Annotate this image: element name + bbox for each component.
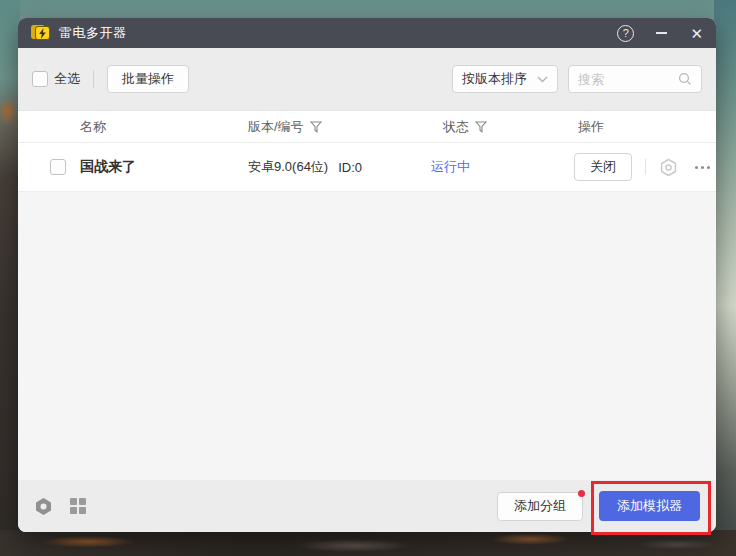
app-window: 雷电多开器 ? ✕ 全选 批量操作 按版本排序 名称 版本/编号 状态 操作 bbox=[18, 18, 716, 532]
column-header-status-label: 状态 bbox=[443, 118, 469, 136]
column-header-name[interactable]: 名称 bbox=[50, 118, 248, 136]
minimize-bar bbox=[656, 32, 667, 34]
titlebar: 雷电多开器 ? ✕ bbox=[18, 18, 716, 48]
toolbar-divider bbox=[93, 70, 94, 88]
lightning-bolt-icon bbox=[35, 26, 50, 40]
app-logo-icon bbox=[31, 24, 52, 42]
batch-operations-button[interactable]: 批量操作 bbox=[107, 65, 189, 93]
table-row[interactable]: 国战来了 安卓9.0(64位) ID:0 运行中 关闭 bbox=[18, 143, 716, 192]
row-operations-cell: 关闭 bbox=[574, 153, 716, 181]
operations-divider bbox=[645, 159, 646, 175]
minimize-icon[interactable] bbox=[654, 25, 668, 42]
add-group-label: 添加分组 bbox=[514, 497, 566, 515]
global-settings-nut-icon[interactable] bbox=[34, 497, 53, 516]
close-icon[interactable]: ✕ bbox=[690, 25, 703, 42]
window-title: 雷电多开器 bbox=[59, 24, 127, 42]
row-checkbox[interactable] bbox=[50, 159, 66, 175]
select-all-checkbox[interactable] bbox=[32, 71, 48, 87]
row-version-cell: 安卓9.0(64位) ID:0 bbox=[248, 158, 431, 176]
table-header: 名称 版本/编号 状态 操作 bbox=[18, 110, 716, 143]
add-emulator-button[interactable]: 添加模拟器 bbox=[599, 491, 700, 521]
column-header-version[interactable]: 版本/编号 bbox=[248, 118, 431, 136]
row-name-cell: 国战来了 bbox=[50, 158, 248, 176]
chevron-down-icon bbox=[537, 76, 548, 83]
add-group-button[interactable]: 添加分组 bbox=[497, 492, 583, 521]
status-running-badge: 运行中 bbox=[431, 159, 470, 174]
row-status-cell: 运行中 bbox=[431, 158, 574, 176]
instance-version: 安卓9.0(64位) bbox=[248, 158, 328, 176]
sort-dropdown[interactable]: 按版本排序 bbox=[452, 65, 558, 93]
filter-funnel-icon[interactable] bbox=[475, 121, 487, 133]
instance-name: 国战来了 bbox=[80, 158, 136, 176]
search-icon bbox=[678, 72, 692, 86]
instance-id: ID:0 bbox=[338, 160, 362, 175]
grid-view-icon[interactable] bbox=[70, 498, 86, 514]
sort-dropdown-value: 按版本排序 bbox=[462, 70, 527, 88]
bottom-bar: 添加分组 添加模拟器 bbox=[18, 480, 716, 532]
select-all-label: 全选 bbox=[54, 70, 80, 88]
help-icon[interactable]: ? bbox=[617, 25, 634, 42]
wallpaper-right-strip bbox=[714, 0, 736, 556]
wallpaper-bottom-strip bbox=[0, 530, 736, 556]
instance-list-empty-area bbox=[18, 192, 716, 480]
close-instance-button[interactable]: 关闭 bbox=[574, 153, 632, 181]
wallpaper-left-strip bbox=[0, 0, 20, 556]
search-input[interactable] bbox=[578, 72, 678, 87]
column-header-version-label: 版本/编号 bbox=[248, 118, 304, 136]
search-box bbox=[568, 65, 702, 93]
filter-funnel-icon[interactable] bbox=[310, 121, 322, 133]
more-options-icon[interactable] bbox=[693, 162, 712, 173]
settings-nut-icon[interactable] bbox=[659, 158, 678, 177]
column-header-status[interactable]: 状态 bbox=[431, 118, 574, 136]
toolbar: 全选 批量操作 按版本排序 bbox=[18, 48, 716, 110]
notification-dot bbox=[578, 490, 585, 497]
column-header-operations: 操作 bbox=[574, 118, 716, 136]
